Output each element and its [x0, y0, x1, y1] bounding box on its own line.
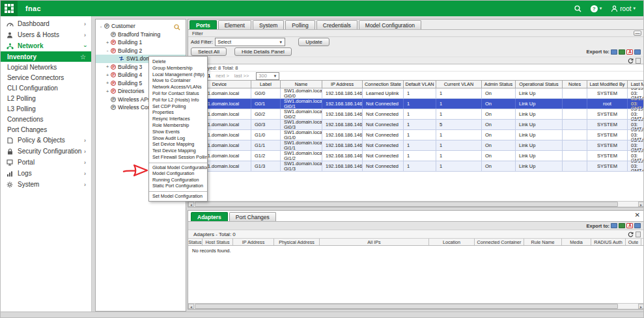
column-header[interactable]: Oute — [626, 239, 641, 245]
context-menu-item[interactable]: Role Membership — [149, 122, 207, 129]
tree-expander-icon[interactable]: + — [105, 80, 110, 86]
tree-expander-icon[interactable]: - — [105, 47, 110, 53]
update-button[interactable]: Update — [298, 38, 329, 46]
sidebar-item-network[interactable]: Network› — [1, 40, 91, 51]
sidebar-item-connections[interactable]: Connections — [1, 114, 91, 124]
tree-expander-icon[interactable]: + — [105, 64, 110, 70]
context-menu-item[interactable]: Test Device Mapping — [149, 148, 207, 154]
hide-details-panel-button[interactable]: Hide Details Panel — [234, 47, 292, 56]
context-menu-item[interactable]: Global Model Configuration — [149, 163, 207, 170]
column-header[interactable]: IP Address — [322, 81, 363, 88]
sidebar-item-inventory[interactable]: Inventory☆ — [1, 51, 91, 62]
port-table-row[interactable]: SW1.domain.localG0/2SW1.domain.local Gi0… — [188, 109, 644, 120]
export-rtf-icon[interactable] — [634, 223, 641, 228]
last-page-link[interactable]: last >> — [234, 73, 249, 79]
sidebar-item-service-connectors[interactable]: Service Connectors — [1, 72, 91, 83]
select-all-button[interactable]: Select All — [191, 47, 227, 56]
refresh-icon[interactable] — [628, 232, 634, 237]
column-header[interactable]: Status — [188, 239, 203, 245]
tab[interactable]: Model Configuration — [359, 20, 421, 29]
sidebar-item-logs[interactable]: Logs› — [1, 168, 91, 179]
tree-expander-icon[interactable]: + — [105, 40, 110, 46]
tab[interactable]: Credentials — [316, 20, 357, 29]
column-header[interactable]: Admin Status — [482, 81, 516, 88]
column-header[interactable]: Operational Status — [516, 81, 563, 88]
tree-search-icon[interactable] — [174, 24, 180, 31]
column-header[interactable]: Last Modif — [628, 81, 644, 88]
tree-expander-icon[interactable]: - — [98, 23, 104, 29]
column-header[interactable]: Connection State — [363, 81, 404, 88]
column-header[interactable]: Notes — [563, 81, 587, 88]
search-icon[interactable] — [574, 5, 581, 12]
column-header[interactable]: All IPs — [320, 239, 429, 245]
scroll-left-arrow[interactable]: ◂ — [188, 304, 194, 309]
column-header[interactable]: Current VLAN — [436, 81, 482, 88]
scroll-left-arrow[interactable]: ◂ — [188, 202, 194, 207]
tab[interactable]: Adapters — [191, 212, 228, 221]
next-page-link[interactable]: next > — [216, 73, 229, 79]
sidebar-item-l3-polling[interactable]: L3 Polling — [1, 103, 91, 114]
port-table-row[interactable]: SW1.domain.localG0/1SW1.domain.local Gi0… — [188, 99, 644, 109]
sidebar-item-logical-networks[interactable]: Logical Networks — [1, 62, 91, 72]
port-table-row[interactable]: SW1.domain.localG1/2SW1.domain.local Gi1… — [188, 151, 644, 161]
context-menu-item[interactable]: Set Device Mapping — [149, 141, 207, 148]
column-header[interactable]: Label — [251, 81, 281, 88]
export-csv-icon[interactable] — [611, 223, 617, 228]
context-menu-item[interactable]: Group Membership — [149, 65, 207, 72]
scroll-right-arrow[interactable]: ▸ — [638, 304, 644, 309]
port-table-row[interactable]: SW1.domain.localG1/0SW1.domain.local Gi1… — [188, 130, 644, 140]
column-header[interactable]: RADIUS Auth — [591, 239, 626, 245]
tab[interactable]: Polling — [285, 20, 315, 29]
help-menu[interactable]: ? ▾ — [591, 5, 602, 12]
context-menu-item[interactable]: Delete — [149, 59, 207, 65]
print-layout-icon[interactable] — [636, 232, 641, 237]
context-menu-item[interactable]: Running Configuration — [149, 177, 207, 183]
column-header[interactable]: Host Status — [203, 239, 233, 245]
context-menu-item[interactable]: Show Audit Log — [149, 135, 207, 142]
export-excel-icon[interactable] — [619, 49, 625, 55]
add-filter-select[interactable]: Select ▼ — [215, 38, 285, 46]
context-menu-item[interactable]: Poll for L2 (Hosts) Info — [149, 97, 207, 103]
column-header[interactable]: Name — [281, 81, 322, 88]
context-menu-item[interactable]: Network Access/VLANs — [149, 84, 207, 90]
sidebar-item-policy-objects[interactable]: Policy & Objects› — [1, 135, 91, 146]
print-layout-icon[interactable] — [636, 58, 641, 64]
column-header[interactable]: Location — [429, 239, 475, 245]
column-header[interactable]: Connected Container — [475, 239, 524, 245]
context-menu-item[interactable]: Resync Interfaces — [149, 116, 207, 122]
sidebar-item-cli-configuration[interactable]: CLI Configuration — [1, 83, 91, 93]
sidebar-item-port-changes[interactable]: Port Changes — [1, 124, 91, 135]
favorite-star-icon[interactable]: ☆ — [80, 53, 86, 60]
scrollbar-thumb[interactable] — [195, 304, 618, 309]
tree-expander-icon[interactable]: + — [105, 72, 110, 78]
tree-item[interactable]: + P Building 1 — [96, 38, 186, 47]
context-menu-item[interactable]: Set Firewall Session Polling — [149, 154, 207, 161]
context-menu-item[interactable]: Properties — [149, 109, 207, 116]
column-header[interactable]: Rule Name — [524, 239, 562, 245]
context-menu-item[interactable]: Local Management (http) — [149, 72, 207, 78]
sidebar-item-portal[interactable]: Portal› — [1, 157, 91, 168]
refresh-icon[interactable] — [628, 58, 634, 64]
close-icon[interactable]: ✕ — [635, 212, 640, 219]
context-menu-item[interactable]: Poll for Contact Status — [149, 90, 207, 97]
tab[interactable]: Port Changes — [229, 212, 276, 221]
context-menu-item[interactable]: Set CDP Polling — [149, 103, 207, 110]
export-pdf-icon[interactable] — [626, 223, 633, 228]
sidebar-item-system[interactable]: System› — [1, 179, 91, 190]
context-menu-item[interactable]: Model Configuration — [149, 170, 207, 177]
column-header[interactable]: Last Modified By — [587, 81, 628, 88]
ports-horizontal-scrollbar[interactable]: ◂ ▸ — [188, 201, 644, 207]
context-menu-item[interactable]: Static Port Configuration — [149, 183, 207, 189]
port-table-row[interactable]: SW1.domain.localG1/1SW1.domain.local Gi1… — [188, 140, 644, 151]
column-header[interactable]: Media — [562, 239, 591, 245]
sidebar-item-dashboard[interactable]: Dashboard› — [1, 18, 91, 29]
tree-item[interactable]: - P Customer — [96, 22, 186, 31]
sidebar-item-l2-polling[interactable]: L2 Polling — [1, 93, 91, 103]
port-table-row[interactable]: SW1.domain.localG0/3SW1.domain.local Gi0… — [188, 120, 644, 130]
port-table-row[interactable]: SW1.domain.localG0/0SW1.domain.local Gi0… — [188, 88, 644, 99]
column-header[interactable]: Physical Address — [274, 239, 320, 245]
tab[interactable]: Ports — [189, 20, 217, 29]
page-number[interactable]: 1 — [208, 73, 210, 79]
port-table-row[interactable]: SW1.domain.localG1/3SW1.domain.local Gi1… — [188, 161, 644, 172]
details-horizontal-scrollbar[interactable]: ◂ ▸ — [188, 303, 644, 309]
